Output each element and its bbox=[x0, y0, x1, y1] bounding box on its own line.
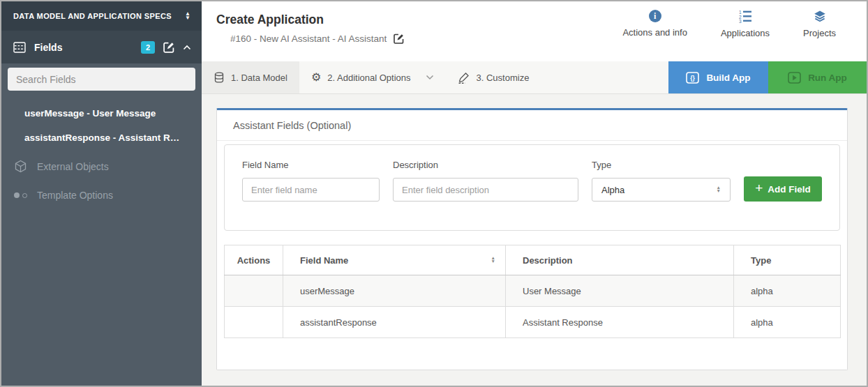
cell-type: alpha bbox=[734, 307, 841, 338]
main-area: Create Application #160 - New AI Assista… bbox=[202, 1, 867, 386]
tab-label: 1. Data Model bbox=[231, 73, 287, 83]
type-select-value: Alpha bbox=[601, 185, 624, 195]
cell-actions bbox=[225, 307, 283, 338]
sidebar-item-usermessage[interactable]: userMessage - User Message bbox=[1, 101, 202, 126]
header-actions: i Actions and info 1 2 3 Ap bbox=[622, 1, 867, 61]
cell-type: alpha bbox=[734, 275, 841, 307]
sidebar-item-assistantresponse[interactable]: assistantResponse - Assistant R… bbox=[1, 126, 202, 150]
fields-count-badge: 2 bbox=[141, 41, 155, 54]
dots-icon bbox=[14, 192, 27, 198]
assistant-fields-card: Assistant Fields (Optional) Field Name D… bbox=[216, 108, 848, 370]
search-fields-input[interactable] bbox=[8, 68, 195, 91]
plus-icon: + bbox=[755, 181, 763, 196]
database-icon bbox=[214, 72, 225, 83]
tab-label: 2. Additional Options bbox=[327, 73, 410, 83]
edit-app-name-icon[interactable] bbox=[393, 33, 405, 45]
play-file-icon bbox=[788, 72, 801, 84]
table-row: userMessage User Message alpha bbox=[225, 275, 841, 307]
column-header-field-name[interactable]: Field Name ▲ ▼ bbox=[283, 245, 506, 275]
sidebar-field-list: userMessage - User Message assistantResp… bbox=[1, 97, 202, 208]
action-label: Actions and info bbox=[622, 27, 687, 38]
fields-label: Fields bbox=[34, 42, 141, 53]
layers-icon bbox=[813, 10, 827, 23]
content-area: Assistant Fields (Optional) Field Name D… bbox=[202, 94, 867, 386]
svg-text:3: 3 bbox=[739, 19, 742, 23]
gear-icon: ⚙ bbox=[311, 72, 321, 83]
tab-data-model[interactable]: 1. Data Model bbox=[202, 61, 299, 93]
cell-description: User Message bbox=[506, 275, 734, 307]
add-field-button[interactable]: + Add Field bbox=[744, 176, 822, 202]
field-name-input[interactable] bbox=[242, 178, 380, 202]
column-header-description: Description bbox=[506, 245, 734, 275]
run-app-label: Run App bbox=[808, 73, 847, 83]
edit-fields-icon[interactable] bbox=[163, 41, 175, 54]
sidebar-search bbox=[1, 63, 202, 97]
build-app-label: Build App bbox=[706, 73, 750, 83]
type-label: Type bbox=[592, 160, 731, 170]
tab-bar: 1. Data Model ⚙ 2. Additional Options 3.… bbox=[202, 61, 867, 94]
tab-bar-spacer bbox=[541, 61, 668, 93]
cube-icon bbox=[14, 160, 27, 173]
sidebar-header: DATA MODEL AND APPLICATION SPECS ▲ ▼ bbox=[1, 1, 202, 31]
cell-actions bbox=[225, 275, 283, 307]
unfold-more-icon: ▲ ▼ bbox=[717, 186, 721, 192]
fields-table: Actions Field Name ▲ ▼ bbox=[224, 245, 841, 338]
numbered-list-icon: 1 2 3 bbox=[738, 10, 752, 23]
sidebar-item-external-objects[interactable]: External Objects bbox=[1, 153, 202, 180]
tab-label: 3. Customize bbox=[477, 73, 530, 83]
add-field-label: Add Field bbox=[768, 184, 811, 195]
svg-text:{}: {} bbox=[691, 74, 696, 81]
app-subtitle: #160 - New AI Assistant - AI Assistant bbox=[230, 33, 387, 44]
table-header-row: Actions Field Name ▲ ▼ bbox=[225, 245, 841, 275]
page-title: Create Application bbox=[216, 13, 405, 27]
column-header-actions: Actions bbox=[225, 245, 283, 275]
projects-button[interactable]: Projects bbox=[803, 10, 836, 61]
applications-button[interactable]: 1 2 3 Applications bbox=[721, 10, 770, 61]
code-file-icon: {} bbox=[686, 72, 699, 84]
sidebar-item-label: External Objects bbox=[37, 161, 109, 172]
description-label: Description bbox=[393, 160, 578, 170]
action-label: Projects bbox=[803, 28, 836, 38]
description-input[interactable] bbox=[393, 178, 578, 202]
chevron-down-icon[interactable] bbox=[426, 75, 434, 80]
sidebar: DATA MODEL AND APPLICATION SPECS ▲ ▼ Fie… bbox=[1, 1, 202, 386]
add-field-form: Field Name Description Type Alpha bbox=[224, 144, 840, 231]
actions-and-info-button[interactable]: i Actions and info bbox=[622, 10, 687, 61]
sidebar-title: DATA MODEL AND APPLICATION SPECS bbox=[13, 12, 185, 20]
cell-field-name: assistantResponse bbox=[283, 307, 506, 338]
build-app-button[interactable]: {} Build App bbox=[668, 61, 768, 93]
field-name-label: Field Name bbox=[242, 160, 380, 170]
table-row: assistantResponse Assistant Response alp… bbox=[225, 307, 841, 338]
tab-additional-options[interactable]: ⚙ 2. Additional Options bbox=[299, 61, 446, 93]
cell-description: Assistant Response bbox=[506, 307, 734, 338]
fields-grid-icon bbox=[13, 42, 26, 53]
sidebar-section-fields[interactable]: Fields 2 bbox=[1, 31, 202, 63]
sort-icon[interactable]: ▲ ▼ bbox=[491, 257, 495, 263]
info-icon: i bbox=[649, 10, 661, 22]
main-header: Create Application #160 - New AI Assista… bbox=[202, 1, 867, 61]
app-window: DATA MODEL AND APPLICATION SPECS ▲ ▼ Fie… bbox=[0, 0, 868, 387]
cell-field-name: userMessage bbox=[283, 275, 506, 307]
swap-vertical-icon[interactable]: ▲ ▼ bbox=[185, 12, 190, 20]
type-select[interactable]: Alpha ▲ ▼ bbox=[592, 178, 731, 202]
tab-customize[interactable]: 3. Customize bbox=[446, 61, 541, 93]
design-icon bbox=[458, 72, 470, 84]
sidebar-item-template-options[interactable]: Template Options bbox=[1, 183, 202, 208]
sidebar-item-label: Template Options bbox=[37, 190, 113, 201]
run-app-button[interactable]: Run App bbox=[768, 61, 867, 93]
card-title: Assistant Fields (Optional) bbox=[217, 110, 847, 141]
column-header-type: Type bbox=[734, 245, 841, 275]
chevron-up-icon[interactable] bbox=[183, 45, 191, 50]
action-label: Applications bbox=[721, 28, 770, 38]
